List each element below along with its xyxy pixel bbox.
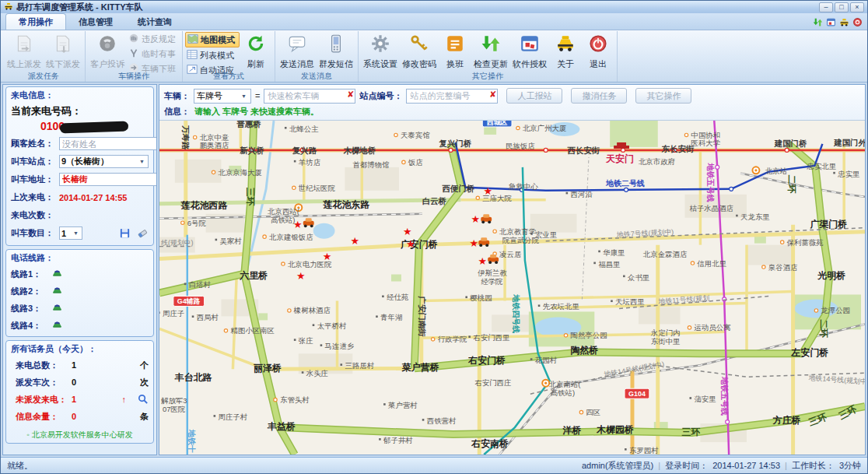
map-label: 华康里 (603, 248, 625, 257)
software-license-button[interactable]: 软件授权 (510, 32, 549, 72)
list-mode-button[interactable]: 列表模式 (185, 48, 240, 62)
pending-call-star-marker[interactable]: ★ (403, 226, 412, 237)
ribbon: 线上派发 线下派发 派发任务 客户投诉 违反规定 临时有事 (1, 30, 867, 83)
caller-info-panel: 来电信息： 当前来电号码： 0106 顾客姓名： 叫车站点： 9（长椿街）▼ 叫… (2, 84, 157, 455)
call-address-field[interactable] (59, 173, 157, 186)
violation-hand-icon (128, 33, 139, 45)
map-label: 6号院 (187, 219, 207, 227)
map-label: 二环 (818, 319, 829, 338)
temporary-busy-button[interactable]: 临时有事 (127, 47, 180, 61)
telephone-icon (51, 284, 63, 298)
customer-complaint-button[interactable]: 客户投诉 (88, 32, 127, 72)
title-bar: 易打车调度管理系统 - KITTY车队 – □ × (1, 1, 867, 13)
online-dispatch-button[interactable]: 线上派发 (5, 32, 44, 72)
shift-change-icon (445, 33, 465, 57)
map-label: 白塔村 (189, 280, 212, 289)
map-label: 北京建银饭店 (269, 233, 313, 241)
taxi-quantity-dropdown[interactable]: 1▼ (59, 226, 82, 240)
map-label: 福昌里 (598, 260, 620, 269)
phone-line-3[interactable]: 线路3： (11, 300, 149, 317)
pending-call-star-marker[interactable]: ★ (478, 255, 487, 267)
tab-common-operations[interactable]: 常用操作 (5, 13, 66, 30)
shift-change-button[interactable]: 换班 (439, 32, 471, 72)
minimize-button[interactable]: – (819, 2, 833, 12)
exit-button[interactable]: 退出 (582, 32, 614, 72)
vehicle-search-input[interactable] (264, 89, 355, 104)
map-label: 北京市政府 (639, 157, 676, 166)
clear-vehicle-search-icon[interactable]: ✘ (347, 90, 354, 100)
change-password-button[interactable]: 修改密码 (400, 32, 439, 72)
quick-taxi-icon[interactable] (839, 17, 849, 27)
check-update-button[interactable]: 检查更新 (471, 32, 510, 72)
station-number-label: 站点编号： (359, 90, 402, 102)
map-label: 白云桥 (422, 197, 447, 205)
map-label: 线(规划中) (161, 239, 194, 247)
taxi-quantity-label: 叫车数目： (11, 227, 59, 239)
map-label: 郁子井村 (383, 436, 413, 444)
eraser-button[interactable] (137, 227, 149, 239)
search-calls-button[interactable] (137, 393, 149, 406)
map-label: 四区 (586, 408, 600, 416)
map-label: 天坛西里 (615, 297, 645, 306)
violation-button[interactable]: 违反规定 (127, 32, 180, 46)
phone-line-2[interactable]: 线路2： (11, 283, 149, 300)
map-label: 建国门外大街 (833, 138, 865, 147)
map-label: 地铁二号线 (605, 179, 645, 188)
pending-call-star-marker[interactable]: ★ (351, 235, 360, 247)
quick-update-icon[interactable] (813, 17, 823, 27)
pending-call-star-marker[interactable]: ★ (293, 219, 303, 230)
quick-record-icon[interactable] (852, 17, 863, 27)
last-call-time: 2014-01-27 14:55 (59, 193, 127, 202)
pending-call-star-marker[interactable]: ★ (471, 213, 481, 225)
offline-dispatch-button[interactable]: 线下派发 (44, 32, 82, 72)
group-label-message: 发送消息 (275, 71, 358, 82)
customer-name-field[interactable] (59, 137, 157, 150)
pending-call-star-marker[interactable]: ★ (296, 270, 306, 282)
refresh-button[interactable]: 刷新 (240, 32, 272, 72)
other-operations-button[interactable]: 其它操作 (635, 88, 691, 104)
close-button[interactable]: × (850, 2, 864, 12)
tab-information-management[interactable]: 信息管理 (66, 14, 125, 30)
system-settings-button[interactable]: 系统设置 (361, 32, 400, 72)
map-label: 右安南桥 (471, 438, 509, 449)
group-sms-button[interactable]: 群发短信 (317, 32, 355, 72)
pending-call-star-marker[interactable]: ★ (483, 185, 492, 197)
save-button[interactable] (119, 227, 131, 239)
map-label: 建国门桥 (774, 139, 807, 148)
map-label: 北京西站( (268, 207, 300, 216)
map-mode-button[interactable]: 地图模式 (185, 32, 240, 47)
map-label: 天安门 (605, 153, 634, 164)
beijing-map[interactable]: 普惠桥万寿路北蜂公主北京中意鹏奥酒店天泰宾馆北京广州大厦中国协和医科大学新兴桥复… (159, 121, 865, 455)
quick-window-icon[interactable] (826, 17, 836, 27)
manual-report-button[interactable]: 人工报站 (506, 88, 562, 104)
clear-station-input-icon[interactable]: ✘ (489, 90, 496, 100)
pending-call-star-marker[interactable]: ★ (470, 237, 479, 249)
map-label: 太平桥村 (317, 321, 347, 330)
about-button[interactable]: 关于 (549, 32, 582, 72)
redaction-scribble (60, 121, 128, 133)
tab-statistics-query[interactable]: 统计查询 (125, 14, 184, 30)
complaint-phone-icon (97, 33, 117, 57)
map-label: 行政学院 (438, 335, 467, 343)
pending-call-star-marker[interactable]: ★ (323, 251, 332, 262)
map-label: 木樨地桥 (342, 146, 376, 155)
map-label: 运动员公寓 (694, 323, 730, 332)
pending-call-star-marker[interactable]: ★ (406, 238, 415, 250)
ribbon-group-dispatch: 线上派发 线下派发 派发任务 (2, 31, 86, 82)
application-window: 易打车调度管理系统 - KITTY车队 – □ × 常用操作 信息管理 统计查询… (0, 0, 868, 474)
map-label: 保利蔷薇苑 (786, 238, 824, 247)
map-label: 复兴门桥 (439, 139, 472, 149)
up-arrow-icon: ↑ (122, 395, 127, 404)
vehicle-label: 车辆： (164, 90, 190, 102)
station-number-input[interactable] (406, 89, 498, 104)
maximize-button[interactable]: □ (835, 2, 849, 12)
phone-line-1[interactable]: 线路1： (11, 265, 149, 283)
map-label: 张庄 (299, 336, 313, 345)
send-message-button[interactable]: 发送消息 (278, 32, 317, 72)
map-label: 万寿路 (181, 125, 190, 150)
cancel-task-button[interactable]: 撤消任务 (571, 88, 627, 104)
vehicle-search-type-dropdown[interactable]: 车牌号▼ (194, 89, 251, 104)
call-station-dropdown[interactable]: 9（长椿街）▼ (59, 155, 149, 168)
map-canvas[interactable]: 普惠桥万寿路北蜂公主北京中意鹏奥酒店天泰宾馆北京广州大厦中国协和医科大学新兴桥复… (159, 121, 865, 455)
phone-line-4[interactable]: 线路4： (11, 317, 149, 334)
